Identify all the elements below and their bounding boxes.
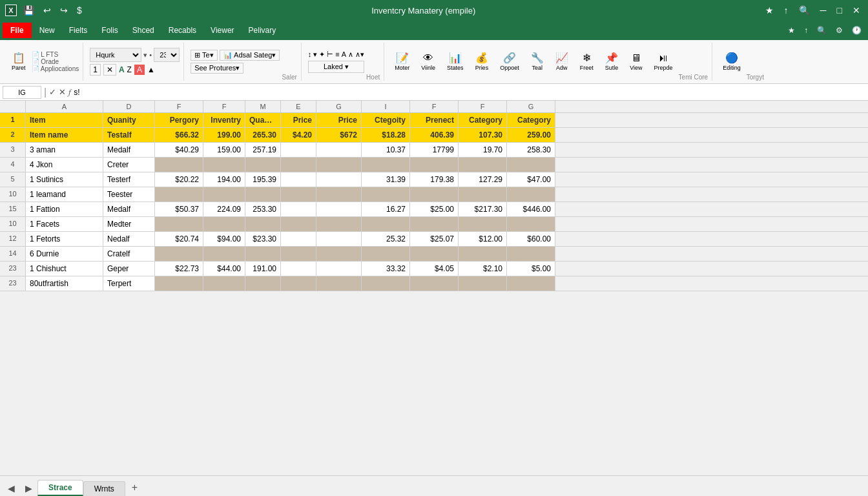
header-inventrу[interactable]: Inventrу xyxy=(203,113,245,127)
cell-r23a-f4[interactable]: $2.10 xyxy=(459,262,507,276)
cell-r10b-m[interactable] xyxy=(245,217,281,231)
cell-r5-f4[interactable]: 127.29 xyxy=(459,172,507,187)
col-header-f2[interactable]: F xyxy=(203,101,245,112)
cell-r4-i[interactable] xyxy=(362,158,410,172)
cell-r5-g[interactable] xyxy=(316,172,362,187)
cell-r10a-g[interactable] xyxy=(316,187,362,202)
cell-r12-m[interactable]: $23.30 xyxy=(245,232,281,246)
sheet-tab-wrnts[interactable]: Wrnts xyxy=(83,481,125,496)
cell-r10a-i[interactable] xyxy=(362,187,410,202)
dollar-icon[interactable]: $ xyxy=(74,4,85,17)
font-color-a[interactable]: A xyxy=(119,65,125,74)
notes-button[interactable]: 📝 Moter xyxy=(391,51,413,73)
cell-r10b-f3[interactable] xyxy=(410,217,459,231)
cell-r23a-f3[interactable]: $4.05 xyxy=(410,262,459,276)
cell-r4-a[interactable]: 4 Jkon xyxy=(26,158,103,172)
cell-reference-input[interactable] xyxy=(3,86,41,99)
cell-r12-d[interactable]: Nedalf xyxy=(103,232,155,246)
col-header-m[interactable]: M xyxy=(245,101,281,112)
menu-new[interactable]: New xyxy=(33,23,61,37)
cell-r23b-g[interactable] xyxy=(316,276,362,291)
cell-r12-f3[interactable]: $25.07 xyxy=(410,232,459,246)
cell-r10b-g[interactable] xyxy=(316,217,362,231)
cell-r4-f3[interactable] xyxy=(410,158,459,172)
view-button[interactable]: 🖥 View xyxy=(626,51,646,73)
visible-button[interactable]: 👁 Viinle xyxy=(417,51,439,73)
save-icon[interactable]: 💾 xyxy=(21,4,37,17)
cell-r5-e[interactable] xyxy=(281,172,316,187)
col-header-e[interactable]: E xyxy=(281,101,316,112)
cell-r2-f3[interactable]: 406.39 xyxy=(410,128,459,142)
col-header-f1[interactable]: F xyxy=(155,101,203,112)
cell-r23a-i[interactable]: 33.32 xyxy=(362,262,410,276)
cell-r14-i[interactable] xyxy=(362,247,410,261)
cell-r12-f2[interactable]: $94.00 xyxy=(203,232,245,246)
sutle-button[interactable]: 📌 Sutle xyxy=(601,51,623,73)
cell-r12-gg[interactable]: $60.00 xyxy=(507,232,555,246)
cell-r3-f4[interactable]: 19.70 xyxy=(459,143,507,157)
cell-r23b-a[interactable]: 80utfrartish xyxy=(26,276,103,291)
cell-r10a-f3[interactable] xyxy=(410,187,459,202)
cell-r4-f1[interactable] xyxy=(155,158,203,172)
cell-r23b-f2[interactable] xyxy=(203,276,245,291)
cell-r23a-f2[interactable]: $44.00 xyxy=(203,262,245,276)
header-category2[interactable]: Category xyxy=(507,113,555,127)
col-header-f3[interactable]: F xyxy=(410,101,459,112)
cell-r4-g[interactable] xyxy=(316,158,362,172)
cell-r2-f2[interactable]: 199.00 xyxy=(203,128,245,142)
sheet-tab-add[interactable]: + xyxy=(125,479,144,496)
star-icon[interactable]: ★ xyxy=(763,4,776,17)
cell-r14-e[interactable] xyxy=(281,247,316,261)
cell-r10a-gg[interactable] xyxy=(507,187,555,202)
cell-r5-f1[interactable]: $20.22 xyxy=(155,172,203,187)
cell-r15-f4[interactable]: $217.30 xyxy=(459,202,507,216)
font-size-selector[interactable]: 23 xyxy=(154,48,180,62)
cell-r15-i[interactable]: 16.27 xyxy=(362,202,410,216)
pin-icon[interactable]: ↑ xyxy=(781,4,791,17)
font-name-selector[interactable]: Hqurk xyxy=(90,48,141,62)
menu-shced[interactable]: Shced xyxy=(126,23,161,37)
cell-r10b-i[interactable] xyxy=(362,217,410,231)
col-header-f4[interactable]: F xyxy=(459,101,507,112)
cell-r10b-f2[interactable] xyxy=(203,217,245,231)
menu-viewer[interactable]: Viewer xyxy=(204,23,240,37)
cell-r23b-f4[interactable] xyxy=(459,276,507,291)
cell-r14-gg[interactable] xyxy=(507,247,555,261)
flest-button[interactable]: 🔵 Editing xyxy=(719,51,745,73)
cell-r15-d[interactable]: Medalf xyxy=(103,202,155,216)
cell-r10b-a[interactable]: 1 Facets xyxy=(26,217,103,231)
cell-r12-e[interactable] xyxy=(281,232,316,246)
menu-fielts[interactable]: Fielts xyxy=(63,23,94,37)
fx-icon[interactable]: 𝑓 xyxy=(68,87,71,98)
header-quanity[interactable]: Quanity xyxy=(103,113,155,127)
cell-r10a-d[interactable]: Teester xyxy=(103,187,155,202)
cell-r5-i[interactable]: 31.39 xyxy=(362,172,410,187)
percent-btn[interactable]: ✦ xyxy=(319,50,325,59)
cell-r2-d[interactable]: Testalf xyxy=(103,128,155,142)
cell-r15-g[interactable] xyxy=(316,202,362,216)
prepede-button[interactable]: ⏯ Prepde xyxy=(650,51,677,73)
file-menu[interactable]: File xyxy=(3,23,32,38)
cell-r23a-gg[interactable]: $5.00 xyxy=(507,262,555,276)
cell-r10b-gg[interactable] xyxy=(507,217,555,231)
cell-r5-f3[interactable]: 179.38 xyxy=(410,172,459,187)
cell-r2-f4[interactable]: 107.30 xyxy=(459,128,507,142)
bold-button[interactable]: 1 xyxy=(90,64,101,76)
states-button[interactable]: 📊 States xyxy=(443,51,468,73)
cell-r23a-d[interactable]: Geper xyxy=(103,262,155,276)
header-item[interactable]: Item xyxy=(26,113,103,127)
cell-r4-e[interactable] xyxy=(281,158,316,172)
cell-r4-f2[interactable] xyxy=(203,158,245,172)
cell-r23b-gg[interactable] xyxy=(507,276,555,291)
cell-r5-m[interactable]: 195.39 xyxy=(245,172,281,187)
cell-r15-f3[interactable]: $25.00 xyxy=(410,202,459,216)
next-sheet-button[interactable]: ▶ xyxy=(20,480,37,496)
cell-r3-a[interactable]: 3 aman xyxy=(26,143,103,157)
cell-r3-i[interactable]: 10.37 xyxy=(362,143,410,157)
cell-r14-g[interactable] xyxy=(316,247,362,261)
cell-r3-g[interactable] xyxy=(316,143,362,157)
cell-r4-f4[interactable] xyxy=(459,158,507,172)
close-button[interactable]: ✕ xyxy=(850,4,863,17)
cell-r12-i[interactable]: 25.32 xyxy=(362,232,410,246)
number-format-dropdown[interactable]: Laked ▾ xyxy=(308,61,364,73)
